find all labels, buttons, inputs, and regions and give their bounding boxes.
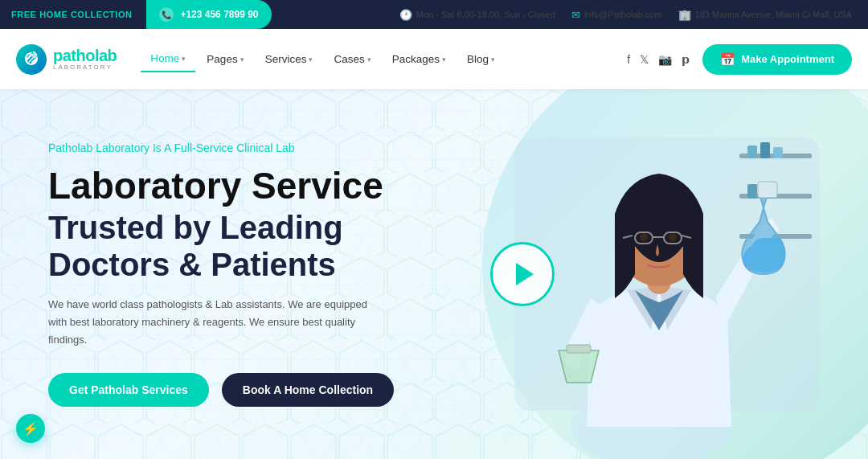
email-text: Info@Patholab.com <box>584 10 662 19</box>
brand-name: patholab <box>53 47 117 64</box>
nav-pages[interactable]: Pages ▾ <box>197 47 253 72</box>
main-nav: Home ▾ Pages ▾ Services ▾ Cases ▾ Packag… <box>141 46 614 72</box>
brand-sub: LABORATORY <box>53 64 117 72</box>
book-home-collection-button[interactable]: Book A Home Collection <box>222 373 394 407</box>
hero-content: Patholab Laboratory Is A Full-Service Cl… <box>0 89 466 459</box>
logo-icon <box>16 44 47 75</box>
hero-image-area <box>450 89 868 459</box>
svg-point-18 <box>640 233 648 241</box>
play-button[interactable] <box>490 242 555 306</box>
top-bar-right: 🕐 Mon - Sat 8.00-18.00, Sun - Closed ✉ I… <box>399 9 868 21</box>
play-icon <box>516 263 534 285</box>
chevron-down-icon: ▾ <box>182 55 186 63</box>
top-bar-left: FREE HOME COLLECTION 📞 +123 456 7899 90 <box>0 0 272 29</box>
hero-title-1: Laboratory Service <box>48 166 466 207</box>
book-free-label[interactable]: FREE HOME COLLECTION <box>0 0 146 29</box>
nav-blog[interactable]: Blog ▾ <box>457 47 505 72</box>
hero-section: Patholab Laboratory Is A Full-Service Cl… <box>0 89 868 459</box>
make-appointment-button[interactable]: 📅 Make Appointment <box>702 44 852 75</box>
logo-text: patholab LABORATORY <box>53 47 117 72</box>
hero-title-text: Laboratory Service <box>48 165 383 207</box>
get-services-button[interactable]: Get Patholab Services <box>48 373 209 407</box>
svg-rect-10 <box>747 184 757 199</box>
email-icon: ✉ <box>571 9 580 21</box>
clock-icon: 🕐 <box>399 9 412 21</box>
hours-text: Mon - Sat 8.00-18.00, Sun - Closed <box>416 10 555 19</box>
home-collection-text: HOME COLLECTION <box>39 10 132 19</box>
pinterest-icon[interactable]: 𝗽 <box>682 53 690 66</box>
nav-packages[interactable]: Packages ▾ <box>383 47 456 72</box>
phone-number: +123 456 7899 90 <box>180 9 258 20</box>
hero-buttons: Get Patholab Services Book A Home Collec… <box>48 373 466 407</box>
hours-info: 🕐 Mon - Sat 8.00-18.00, Sun - Closed <box>399 9 555 21</box>
address-info: 🏢 183 Marina Avenue, Miami Ci Mall, USA <box>678 9 852 21</box>
hero-subtitle: Patholab Laboratory Is A Full-Service Cl… <box>48 141 466 154</box>
free-highlight: FREE <box>11 10 36 19</box>
hero-description: We have world class pathologists & Lab a… <box>48 296 386 349</box>
instagram-icon[interactable]: 📷 <box>658 53 672 66</box>
svg-point-19 <box>669 233 677 241</box>
chevron-down-icon: ▾ <box>309 55 313 64</box>
hero-title-2: Trusted by Leading Doctors & Patients <box>48 209 466 283</box>
top-bar: FREE HOME COLLECTION 📞 +123 456 7899 90 … <box>0 0 868 29</box>
address-text: 183 Marina Avenue, Miami Ci Mall, USA <box>695 10 852 19</box>
social-icons: f 𝕏 📷 𝗽 <box>627 53 690 66</box>
svg-rect-7 <box>747 145 757 158</box>
svg-rect-8 <box>760 142 770 158</box>
badge-icon: ⚡ <box>23 421 39 436</box>
svg-rect-23 <box>567 345 591 353</box>
svg-rect-22 <box>758 182 777 198</box>
make-appointment-label: Make Appointment <box>741 53 834 65</box>
calendar-icon: 📅 <box>720 52 735 67</box>
nav-home[interactable]: Home ▾ <box>141 46 195 72</box>
phone-icon: 📞 <box>159 7 174 22</box>
nav-cases[interactable]: Cases ▾ <box>324 47 380 72</box>
bottom-badge[interactable]: ⚡ <box>16 414 45 443</box>
phone-badge[interactable]: 📞 +123 456 7899 90 <box>146 0 271 29</box>
svg-rect-9 <box>773 147 783 158</box>
location-icon: 🏢 <box>678 9 691 21</box>
facebook-icon[interactable]: f <box>627 53 630 66</box>
header: patholab LABORATORY Home ▾ Pages ▾ Servi… <box>0 29 868 89</box>
chevron-down-icon: ▾ <box>442 55 446 64</box>
email-info: ✉ Info@Patholab.com <box>571 9 662 21</box>
chevron-down-icon: ▾ <box>240 55 244 64</box>
logo[interactable]: patholab LABORATORY <box>16 44 117 75</box>
nav-services[interactable]: Services ▾ <box>256 47 323 72</box>
chevron-down-icon: ▾ <box>491 55 495 64</box>
chevron-down-icon: ▾ <box>367 55 371 64</box>
twitter-icon[interactable]: 𝕏 <box>640 53 649 66</box>
